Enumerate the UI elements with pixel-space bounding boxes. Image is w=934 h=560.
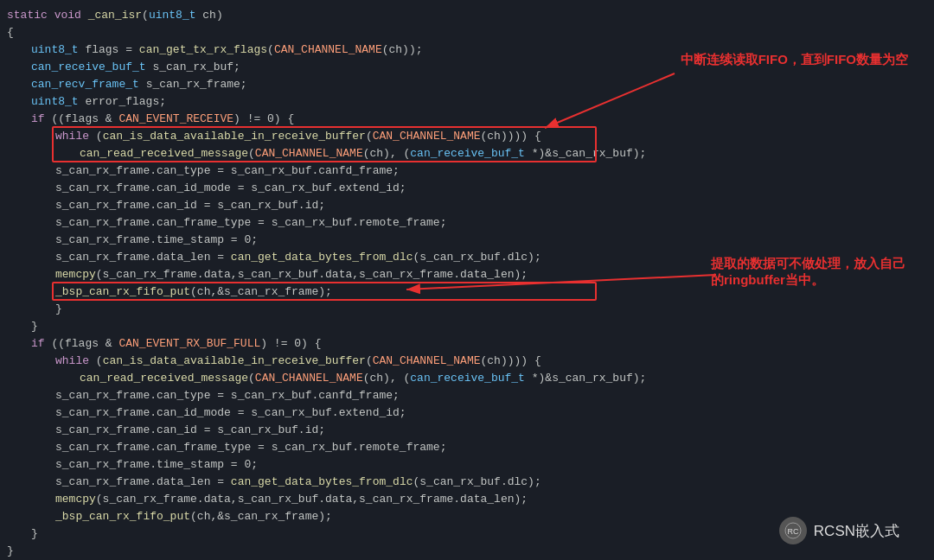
annotation-fifo: 中断连续读取FIFO，直到FIFO数量为空	[681, 52, 908, 68]
code-line: while (can_is_data_available_in_receive_…	[0, 353, 934, 370]
code-line: can_read_received_message(CAN_CHANNEL_NA…	[0, 370, 934, 387]
code-line: if ((flags & CAN_EVENT_RECEIVE) != 0) {	[0, 111, 934, 128]
code-line: s_can_rx_frame.can_id = s_can_rx_buf.id;	[0, 422, 934, 439]
watermark: RC RCSN嵌入式	[779, 517, 899, 544]
code-line: s_can_rx_frame.can_type = s_can_rx_buf.c…	[0, 387, 934, 404]
code-line: if ((flags & CAN_EVENT_RX_BUF_FULL) != 0…	[0, 335, 934, 353]
wm-icon: RC	[779, 517, 807, 544]
annotation-ringbuffer: 提取的数据可不做处理，放入自己的ringbuffer当中。	[711, 256, 910, 289]
code-line: can_recv_frame_t s_can_rx_frame;	[0, 76, 934, 93]
code-line: can_read_received_message(CAN_CHANNEL_NA…	[0, 145, 934, 162]
code-line: s_can_rx_frame.time_stamp = 0;	[0, 232, 934, 249]
code-line: s_can_rx_frame.can_frame_type = s_can_rx…	[0, 439, 934, 456]
code-line: }	[0, 301, 934, 318]
code-line: while (can_is_data_available_in_receive_…	[0, 128, 934, 145]
code-line: {	[0, 24, 934, 41]
code-line: memcpy(s_can_rx_frame.data,s_can_rx_buf.…	[0, 491, 934, 508]
code-line: s_can_rx_frame.can_id_mode = s_can_rx_bu…	[0, 180, 934, 197]
code-line: s_can_rx_frame.time_stamp = 0;	[0, 456, 934, 474]
code-line: s_can_rx_frame.can_type = s_can_rx_buf.c…	[0, 162, 934, 180]
code-line: static void _can_isr(uint8_t ch)	[0, 7, 934, 24]
svg-text:RC: RC	[787, 527, 798, 536]
code-line: }	[0, 543, 934, 560]
code-line: uint8_t error_flags;	[0, 93, 934, 111]
code-line: s_can_rx_frame.data_len = can_get_data_b…	[0, 474, 934, 491]
code-line: s_can_rx_frame.can_id_mode = s_can_rx_bu…	[0, 404, 934, 422]
watermark-text: RCSN嵌入式	[814, 521, 899, 541]
code-line: s_can_rx_frame.can_frame_type = s_can_rx…	[0, 214, 934, 232]
code-line: }	[0, 318, 934, 335]
code-line: s_can_rx_frame.can_id = s_can_rx_buf.id;	[0, 197, 934, 214]
